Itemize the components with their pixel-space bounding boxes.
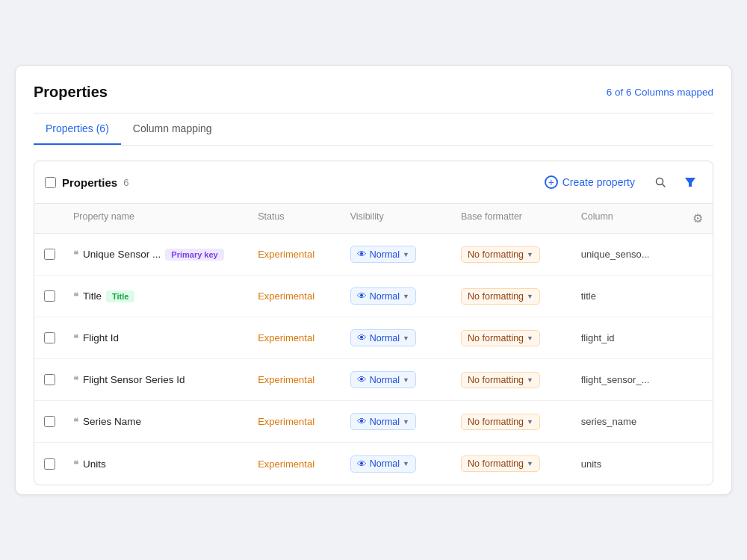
row-checkbox-cell	[34, 408, 64, 435]
row-settings-cell	[683, 414, 713, 429]
settings-icon[interactable]: ⚙	[692, 211, 703, 225]
col-header-column: Column	[572, 204, 683, 233]
eye-icon: 👁	[357, 416, 367, 427]
page-title: Properties	[34, 84, 108, 101]
col-header-name: Property name	[64, 204, 249, 233]
search-button[interactable]	[648, 170, 672, 194]
row-checkbox[interactable]	[44, 374, 55, 385]
visibility-dropdown[interactable]: 👁Normal▼	[350, 329, 416, 346]
select-all-checkbox[interactable]	[45, 177, 56, 188]
visibility-cell: 👁Normal▼	[341, 280, 452, 312]
tab-column-mapping[interactable]: Column mapping	[121, 113, 224, 145]
visibility-label: Normal	[370, 458, 400, 469]
quote-icon: ❝	[73, 374, 78, 385]
formatter-cell: No formatting▼	[452, 239, 572, 270]
column-value: unique_senso...	[581, 249, 650, 260]
caret-icon: ▼	[403, 251, 409, 258]
tabs-container: Properties (6) Column mapping	[34, 113, 713, 146]
formatter-dropdown[interactable]: No formatting▼	[461, 246, 540, 263]
inner-card: Properties 6 + Create property	[34, 161, 713, 485]
row-checkbox[interactable]	[44, 249, 55, 260]
formatter-dropdown[interactable]: No formatting▼	[461, 414, 540, 430]
formatter-cell: No formatting▼	[452, 364, 572, 396]
property-name-cell: ❝Series Name	[64, 408, 249, 435]
column-cell: units	[572, 451, 683, 477]
columns-mapped-label: 6 of 6 Columns mapped	[607, 87, 713, 98]
column-cell: flight_sensor_...	[572, 367, 683, 393]
eye-icon: 👁	[357, 458, 367, 470]
formatter-label: No formatting	[468, 458, 524, 469]
status-badge: Experimental	[258, 374, 314, 385]
table-row: ❝Flight IdExperimental👁Normal▼No formatt…	[34, 317, 713, 359]
caret-icon: ▼	[403, 376, 409, 384]
property-name-cell: ❝Unique Sensor ...Primary key	[64, 241, 249, 268]
status-badge: Experimental	[258, 332, 314, 343]
quote-icon: ❝	[73, 458, 78, 470]
property-name-cell: ❝Flight Sensor Series Id	[64, 367, 249, 393]
row-checkbox[interactable]	[44, 332, 55, 343]
row-checkbox[interactable]	[44, 416, 55, 427]
col-header-formatter: Base formatter	[452, 204, 572, 233]
formatter-cell: No formatting▼	[452, 281, 572, 312]
tab-properties[interactable]: Properties (6)	[34, 113, 121, 145]
caret-icon: ▼	[527, 418, 533, 426]
create-property-button[interactable]: + Create property	[537, 171, 642, 193]
row-checkbox-cell	[34, 367, 64, 393]
formatter-label: No formatting	[468, 417, 524, 427]
col-header-checkbox	[34, 204, 64, 233]
property-name-cell: ❝TitleTitle	[64, 283, 249, 310]
top-header: Properties 6 of 6 Columns mapped	[34, 84, 713, 101]
formatter-cell: No formatting▼	[452, 406, 572, 438]
row-checkbox[interactable]	[44, 458, 55, 470]
formatter-dropdown[interactable]: No formatting▼	[461, 330, 540, 346]
column-value: series_name	[581, 416, 636, 427]
table-row: ❝Unique Sensor ...Primary keyExperimenta…	[34, 234, 713, 276]
caret-icon: ▼	[403, 460, 409, 467]
status-badge: Experimental	[258, 249, 314, 260]
property-badge: Title	[106, 290, 134, 302]
formatter-dropdown[interactable]: No formatting▼	[461, 455, 540, 472]
status-cell: Experimental	[249, 241, 341, 267]
visibility-dropdown[interactable]: 👁Normal▼	[350, 455, 416, 473]
formatter-dropdown[interactable]: No formatting▼	[461, 288, 540, 305]
property-name: Unique Sensor ...	[83, 249, 161, 260]
formatter-label: No formatting	[468, 291, 524, 302]
search-icon	[654, 176, 666, 188]
column-cell: unique_senso...	[572, 241, 683, 267]
visibility-dropdown[interactable]: 👁Normal▼	[350, 371, 416, 388]
visibility-dropdown[interactable]: 👁Normal▼	[350, 246, 416, 263]
property-name: Flight Sensor Series Id	[83, 374, 185, 385]
row-settings-cell	[683, 331, 713, 346]
caret-icon: ▼	[403, 335, 409, 342]
status-cell: Experimental	[249, 283, 341, 309]
formatter-label: No formatting	[468, 375, 524, 385]
column-headers: Property name Status Visibility Base for…	[34, 204, 713, 234]
property-name: Units	[83, 458, 106, 470]
row-checkbox[interactable]	[44, 290, 55, 302]
visibility-label: Normal	[370, 333, 400, 343]
filter-button[interactable]	[678, 170, 702, 194]
status-cell: Experimental	[249, 367, 341, 393]
formatter-dropdown[interactable]: No formatting▼	[461, 372, 540, 388]
status-cell: Experimental	[249, 325, 341, 351]
eye-icon: 👁	[357, 249, 367, 260]
status-cell: Experimental	[249, 408, 341, 435]
caret-icon: ▼	[527, 293, 533, 300]
property-name-cell: ❝Flight Id	[64, 325, 249, 351]
column-value: title	[581, 290, 596, 302]
caret-icon: ▼	[527, 376, 533, 384]
col-header-settings: ⚙	[683, 204, 713, 233]
formatter-label: No formatting	[468, 333, 524, 343]
visibility-dropdown[interactable]: 👁Normal▼	[350, 287, 416, 305]
property-name: Flight Id	[83, 332, 119, 343]
caret-icon: ▼	[527, 460, 533, 467]
visibility-dropdown[interactable]: 👁Normal▼	[350, 413, 416, 430]
visibility-cell: 👁Normal▼	[341, 364, 452, 396]
formatter-cell: No formatting▼	[452, 323, 572, 354]
formatter-cell: No formatting▼	[452, 448, 572, 479]
table-body: ❝Unique Sensor ...Primary keyExperimenta…	[34, 234, 713, 485]
property-badge: Primary key	[165, 249, 223, 261]
table-row: ❝Series NameExperimental👁Normal▼No forma…	[34, 401, 713, 443]
status-badge: Experimental	[258, 290, 314, 302]
column-cell: series_name	[572, 408, 683, 435]
